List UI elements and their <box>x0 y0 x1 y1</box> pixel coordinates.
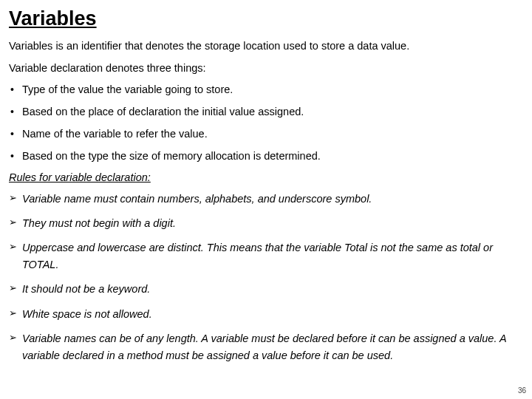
page-title: Variables <box>9 7 519 30</box>
rules-heading: Rules for variable declaration: <box>9 171 519 183</box>
intro-paragraph-2: Variable declaration denotes three thing… <box>9 61 519 76</box>
page-number: 36 <box>518 386 526 395</box>
list-item: It should not be a keyword. <box>9 281 519 297</box>
list-item: Based on the place of declaration the in… <box>9 105 519 119</box>
bullet-list: Type of the value the variable going to … <box>9 83 519 163</box>
list-item: Uppercase and lowercase are distinct. Th… <box>9 239 519 273</box>
list-item: White space is not allowed. <box>9 306 519 322</box>
list-item: Type of the value the variable going to … <box>9 83 519 97</box>
rules-list: Variable name must contain numbers, alph… <box>9 191 519 364</box>
list-item: Based on the type the size of memory all… <box>9 149 519 163</box>
list-item: Variable names can be of any length. A v… <box>9 330 519 364</box>
intro-paragraph-1: Variables is an identifier that denotes … <box>9 39 519 54</box>
list-item: Variable name must contain numbers, alph… <box>9 191 519 207</box>
list-item: They must not begin with a digit. <box>9 215 519 231</box>
list-item: Name of the variable to refer the value. <box>9 127 519 141</box>
